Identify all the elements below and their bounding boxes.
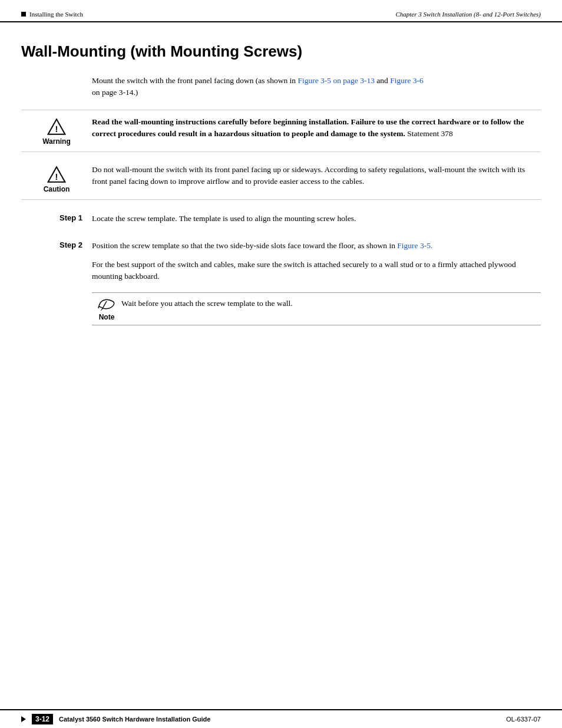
header-right: Chapter 3 Switch Installation (8- and 12… [395,11,541,18]
footer-arrow-icon [21,716,26,722]
intro-link1[interactable]: Figure 3-5 on page 3-13 [297,76,374,85]
intro-text2: and [375,76,390,85]
main-content: Wall-Mounting (with Mounting Screws) Mou… [0,25,562,728]
note-icon-col: Note [92,297,121,321]
step-1-content: Locate the screw template. The template … [92,213,541,225]
caution-icon-col: ! Caution [21,164,92,193]
header-right-text: Chapter 3 Switch Installation (8- and 12… [395,11,541,18]
step-2-sub-para: For the best support of the switch and c… [21,259,541,288]
page-footer: 3-12 Catalyst 3560 Switch Hardware Insta… [0,709,562,728]
caution-box: ! Caution Do not wall-mount the switch w… [21,158,541,200]
warning-content: Read the wall-mounting instructions care… [92,116,541,140]
note-content: Wait before you attach the screw templat… [121,297,541,309]
intro-text3: on page 3-14.) [92,88,138,97]
steps-area: Step 1 Locate the screw template. The te… [21,208,541,325]
svg-line-5 [101,309,102,311]
header-left: Installing the Switch [21,11,83,18]
step-2-content: Position the screw template so that the … [92,240,541,252]
caution-icon: ! [47,165,66,184]
header-left-text: Installing the Switch [29,11,83,18]
step-2-label: Step 2 [21,240,92,249]
page-title: Wall-Mounting (with Mounting Screws) [21,42,541,61]
warning-normal-text: Statement 378 [405,129,453,138]
warning-bold-text: Read the wall-mounting instructions care… [92,117,524,138]
step-1-label: Step 1 [21,213,92,222]
page-wrapper: Installing the Switch Chapter 3 Switch I… [0,0,562,728]
warning-icon: ! [47,117,66,136]
warning-icon-col: ! Warning [21,116,92,146]
warning-box: ! Warning Read the wall-mounting instruc… [21,110,541,152]
warning-label: Warning [42,137,71,146]
caution-label: Caution [44,185,70,193]
step-2-link[interactable]: Figure 3-5. [397,241,432,250]
footer-page-num: 3-12 [32,714,53,724]
intro-text: Mount the switch with the front panel fa… [92,76,297,85]
caution-content: Do not wall-mount the switch with its fr… [92,164,541,188]
step-2-row: Step 2 Position the screw template so th… [21,235,541,256]
svg-text:!: ! [55,124,58,133]
step-sub-content: For the best support of the switch and c… [92,259,541,283]
note-box: Note Wait before you attach the screw te… [92,292,541,325]
intro-paragraph: Mount the switch with the front panel fa… [92,75,541,99]
page-header: Installing the Switch Chapter 3 Switch I… [0,0,562,22]
step-2-text: Position the screw template so that the … [92,241,397,250]
intro-link2[interactable]: Figure 3-6 [390,76,424,85]
note-icon [96,297,117,312]
header-bullet [21,12,26,17]
footer-title: Catalyst 3560 Switch Hardware Installati… [59,716,210,723]
footer-left: 3-12 Catalyst 3560 Switch Hardware Insta… [21,714,210,724]
note-label: Note [99,313,115,321]
step-1-row: Step 1 Locate the screw template. The te… [21,208,541,229]
footer-doc-num: OL-6337-07 [506,716,541,723]
svg-text:!: ! [55,172,58,181]
